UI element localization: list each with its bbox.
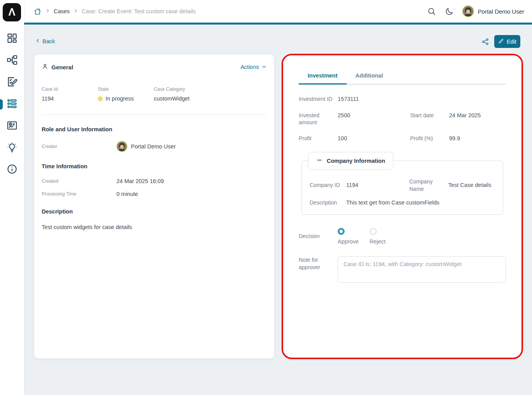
status-badge: In progress [98,95,154,102]
home-icon[interactable] [33,7,42,16]
sidebar-item-cases[interactable] [0,93,24,115]
creator-avatar [116,141,127,152]
radio-reject[interactable]: Reject [370,228,386,245]
lightbulb-icon [6,141,18,155]
created-value: 24 Mar 2025 16:09 [116,178,267,184]
company-information-panel: Company Information Company ID 1194 Comp… [301,160,503,215]
case-category-field: Case Category customWidget [154,86,267,102]
breadcrumb-current: Case: Create Event: Test custom case det… [82,8,196,14]
back-label: Back [42,38,55,44]
sidebar-item-dashboard[interactable] [0,28,24,50]
decision-label: Decision [299,233,333,240]
top-bar: Cases Case: Create Event: Test custom ca… [24,0,532,23]
edit-label: Edit [507,39,516,45]
radio-approve[interactable]: Approve [338,228,359,245]
user-avatar [462,5,474,17]
cases-icon [6,98,18,111]
processing-time-value: 0 minute [116,191,267,197]
app-logo[interactable]: Λ [3,3,21,21]
radio-approve-icon[interactable] [338,228,345,235]
actions-label: Actions [240,64,259,70]
section-divider [42,115,267,115]
creator-name: Portal Demo User [131,143,176,150]
sidebar-item-statistics[interactable] [0,115,24,137]
accent-bar [24,23,532,25]
case-id-value: 1194 [42,95,98,102]
person-icon [42,63,48,71]
sidebar-nav [0,28,24,181]
decision-field: Decision Approve Reject [299,228,506,245]
note-for-approver-input[interactable]: Case ID is: 1194, with Category: customW… [338,256,506,283]
breadcrumb: Cases Case: Create Event: Test custom ca… [33,7,196,16]
back-button[interactable]: Back [35,38,55,45]
case-details-widget: Investment Additional Investment ID 1573… [283,55,521,358]
share-icon[interactable] [481,38,489,47]
invested-amount-value: 2500 [338,112,405,127]
company-description-label: Description [310,199,342,206]
profit-pct-value: 99.9 [449,135,506,143]
info-icon [6,163,18,176]
profit-value: 100 [338,135,405,143]
tab-investment[interactable]: Investment [299,72,347,85]
active-indicator [0,99,3,109]
state-field: State In progress [98,86,154,102]
details-tabs: Investment Additional [299,72,506,85]
chevron-right-icon [73,8,78,15]
sidebar-item-tasks[interactable] [0,72,24,93]
user-menu[interactable]: Portal Demo User [462,5,524,17]
state-label: State [98,86,154,92]
dark-mode-moon-icon[interactable] [445,7,454,16]
tab-additional[interactable]: Additional [347,72,392,85]
investment-id-value: 1573111 [338,95,405,103]
company-id-value: 1194 [346,182,405,189]
case-category-value: customWidget [154,95,267,102]
sidebar-item-processes[interactable] [0,50,24,72]
start-date-value: 24 Mar 2025 [449,112,506,127]
case-category-label: Case Category [154,86,267,92]
annotation-red-box: Investment Additional Investment ID 1573… [282,54,523,359]
profit-pct-label: Profit (%) [410,135,444,143]
general-card-title: General [51,64,73,71]
chevron-down-icon [261,64,267,71]
role-section-heading: Role and User Information [42,126,267,132]
processes-icon [6,54,18,67]
sidebar: Λ [0,0,24,395]
radio-reject-label: Reject [370,238,386,245]
breadcrumb-cases[interactable]: Cases [54,8,70,14]
radio-approve-label: Approve [338,238,359,245]
topbar-actions: Portal Demo User [427,5,524,17]
processing-time-label: Processing Time [42,191,116,197]
general-card: General Actions Case Id 1194 State In pr… [34,55,274,358]
sidebar-item-ideas[interactable] [0,137,24,159]
statistics-icon [6,120,18,133]
creator-value[interactable]: Portal Demo User [116,141,267,152]
search-icon[interactable] [427,7,436,16]
decision-radio-group: Approve Reject [338,228,506,245]
state-dot-icon [98,96,103,101]
company-name-value: Test Case details [448,182,495,189]
tasks-icon [6,76,18,89]
chevron-left-icon [35,38,41,45]
company-information-title: Company Information [327,158,385,164]
radio-reject-icon[interactable] [370,228,377,235]
note-label: Note for approver [299,256,333,283]
invested-amount-label: Invested amount [299,112,333,127]
company-id-label: Company ID [310,182,342,189]
time-section-heading: Time Information [42,163,267,169]
pencil-icon [498,38,504,45]
description-text: Test custom widgets for case details [42,224,267,230]
profit-label: Profit [299,135,333,143]
actions-menu-button[interactable]: Actions [240,64,267,71]
company-information-toggle[interactable]: Company Information [308,152,393,170]
created-label: Created [42,178,116,184]
user-name: Portal Demo User [478,8,524,15]
company-description-value: This text get from Case customFields [346,199,495,207]
edit-button[interactable]: Edit [494,35,520,48]
sidebar-item-info[interactable] [0,159,24,181]
collapse-minus-icon [316,157,322,165]
description-heading: Description [42,208,267,215]
note-field: Note for approver Case ID is: 1194, with… [299,256,506,283]
state-value: In progress [106,95,134,102]
investment-id-label: Investment ID [299,95,333,103]
company-name-label: Company Name [409,178,444,193]
